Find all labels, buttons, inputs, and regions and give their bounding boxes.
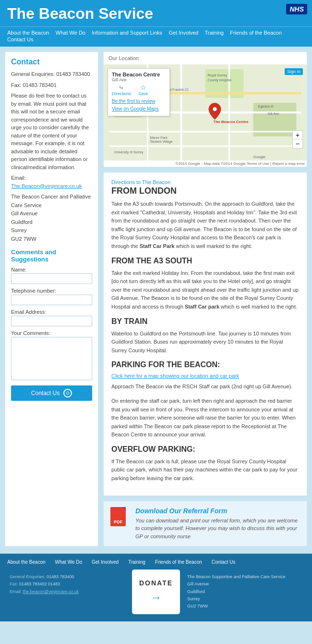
footer-nav: About the Beacon What We Do Get Involved… xyxy=(7,559,305,565)
nav-info-links[interactable]: Information and Support Links xyxy=(92,30,162,36)
referral-content: Download Our Referral Form You can downl… xyxy=(135,507,300,541)
pdf-icon-body: PDF xyxy=(110,507,126,526)
address-name: The Beacon Cancer and Palliative Care Se… xyxy=(11,193,92,210)
directions-box: Directions to The Beacon FROM LONDON Tak… xyxy=(103,172,307,496)
footer-email-link[interactable]: the.beacon@virgincare.co.uk xyxy=(23,589,79,594)
right-content: Our Location xyxy=(103,51,307,546)
footer-nav-what[interactable]: What We Do xyxy=(55,559,83,565)
dir-text3: Waterloo to Guildford on the Portsmouth … xyxy=(111,330,299,355)
map-zoom-controls: + − xyxy=(292,130,303,149)
email-notice: Please do feel free to contact us by ema… xyxy=(11,92,92,171)
footer-addr-postcode: GU2 7WW xyxy=(187,603,302,610)
dir-text5: On entering the staff car park, turn lef… xyxy=(111,397,299,439)
address-county: Surrey xyxy=(11,226,92,235)
svg-text:Manor Park: Manor Park xyxy=(150,136,168,139)
footer-gen-label: General Enquiries: xyxy=(10,574,47,579)
dir-heading2: FROM THE A3 SOUTH xyxy=(111,257,299,265)
comments-field-group: Your Comments: xyxy=(11,330,92,382)
footer-gen-value: 01483 783400 xyxy=(47,574,74,579)
map-area: search Park Eglinton R Royal Surrey Coun… xyxy=(104,64,307,161)
footer-bottom: General Enquiries: 01483 783400 Fax: 014… xyxy=(7,570,305,614)
svg-text:Royal Surrey: Royal Surrey xyxy=(208,74,228,77)
fax: Fax: 01483 783401 xyxy=(11,81,92,89)
svg-text:The Beacon Centre: The Beacon Centre xyxy=(214,120,249,124)
comments-heading: Comments and Suggestions xyxy=(11,248,92,263)
fax-value: 01483 783401 xyxy=(23,82,56,88)
email-link[interactable]: The.Beacon@virgincare.co.uk xyxy=(11,183,82,189)
svg-text:University of Surrey: University of Surrey xyxy=(114,150,144,154)
address-postcode: GU2 7WW xyxy=(11,235,92,244)
gen-enq-label: General Enquiries: xyxy=(11,71,55,77)
map-credit: ©2014 Google - Map data ©2014 Google Ter… xyxy=(104,161,307,167)
tel-label: Telephone number: xyxy=(11,288,92,294)
nav-friends[interactable]: Friends of the Beacon xyxy=(230,30,282,36)
comments-label: Your Comments: xyxy=(11,330,92,336)
dir-heading3: BY TRAIN xyxy=(111,317,299,326)
email-field-group: Email Address: xyxy=(11,309,92,326)
header: The Beacon Service NHS xyxy=(0,0,312,26)
footer-fax-value: 01483 783402 01483 xyxy=(19,582,60,586)
car-park-map-link[interactable]: Click here for a map showing our locatio… xyxy=(111,373,299,379)
page-title: The Beacon Service xyxy=(7,5,305,23)
pdf-icon: PDF xyxy=(110,507,130,530)
nav-about[interactable]: About the Beacon xyxy=(7,30,49,36)
footer-email: Email: the.beacon@virgincare.co.uk xyxy=(10,588,125,595)
main-content: Contact General Enquiries: 01483 783400 … xyxy=(0,47,312,551)
footer-nav-about[interactable]: About the Beacon xyxy=(7,559,46,565)
zoom-out-button[interactable]: − xyxy=(293,139,302,148)
address-city: Guildford xyxy=(11,218,92,227)
svg-text:Gill Ave: Gill Ave xyxy=(268,112,279,115)
telephone-input[interactable] xyxy=(11,295,92,305)
svg-text:Google: Google xyxy=(253,155,266,159)
zoom-in-button[interactable]: + xyxy=(293,131,302,139)
referral-box: PDF Download Our Referral Form You can d… xyxy=(103,501,307,547)
nav-get-involved[interactable]: Get Involved xyxy=(168,30,198,36)
svg-point-22 xyxy=(213,107,217,111)
main-nav: About the Beacon What We Do Information … xyxy=(0,26,312,47)
name-input[interactable] xyxy=(11,273,92,284)
comments-textarea[interactable] xyxy=(11,337,92,380)
email-input[interactable] xyxy=(11,316,92,326)
nav-contact[interactable]: Contact Us xyxy=(7,37,33,42)
dir-heading1: FROM LONDON xyxy=(111,186,299,196)
contact-btn-label: Contact Us xyxy=(31,390,60,396)
dir-text2: Take the exit marked Holiday Inn. From t… xyxy=(111,269,299,311)
dir-subtitle: Directions to The Beacon xyxy=(111,179,299,185)
directions-btn[interactable]: Directions xyxy=(112,91,131,96)
name-field-group: Name: xyxy=(11,267,92,284)
nav-training[interactable]: Training xyxy=(205,30,224,36)
footer-nav-contact[interactable]: Contact Us xyxy=(212,559,235,565)
dir-text1: Take the A3 south towards Portsmouth. On… xyxy=(111,200,299,251)
nav-what-we-do[interactable]: What We Do xyxy=(56,30,85,36)
footer-nav-involved[interactable]: Get Involved xyxy=(92,559,119,565)
referral-description: You can download and print our referral … xyxy=(135,517,300,541)
map-links: Be the first to review View on Google Ma… xyxy=(112,98,166,113)
footer-nav-friends[interactable]: Friends of the Beacon xyxy=(155,559,202,565)
referral-title[interactable]: Download Our Referral Form xyxy=(135,507,300,515)
name-label: Name: xyxy=(11,267,92,272)
donate-box[interactable]: DONATE → xyxy=(132,570,180,614)
dir-heading5: OVERFLOW PARKING: xyxy=(111,445,299,454)
save-btn[interactable]: Save xyxy=(138,91,148,96)
footer-nav-training[interactable]: Training xyxy=(128,559,145,565)
footer-addr-county: Surrey xyxy=(187,595,302,603)
review-link[interactable]: Be the first to review xyxy=(112,98,166,105)
nhs-logo: NHS xyxy=(286,4,307,14)
dir-text6: If The Beacon car park is full, please u… xyxy=(111,458,299,483)
map-heading: Our Location xyxy=(108,55,139,61)
google-maps-link[interactable]: View on Google Maps xyxy=(112,105,166,113)
pdf-label: PDF xyxy=(114,520,122,524)
email-line: Email: The.Beacon@virgincare.co.uk xyxy=(11,174,92,190)
gen-enq-value: 01483 783400 xyxy=(56,71,90,77)
address-street: Gill Avenue xyxy=(11,210,92,218)
footer-addr-city: Guildford xyxy=(187,588,302,595)
contact-us-button[interactable]: Contact Us ⊙ xyxy=(11,385,92,401)
sign-in-button[interactable]: Sign In xyxy=(285,68,303,75)
email-label: Email: xyxy=(11,175,26,181)
footer-contact-col: General Enquiries: 01483 783400 Fax: 014… xyxy=(7,570,127,614)
address-block: The Beacon Cancer and Palliative Care Se… xyxy=(11,193,92,244)
footer-gen-enq: General Enquiries: 01483 783400 xyxy=(10,573,125,581)
map-header: Our Location xyxy=(104,52,307,64)
email-form-label: Email Address: xyxy=(11,309,92,315)
fax-label: Fax: xyxy=(11,82,21,88)
